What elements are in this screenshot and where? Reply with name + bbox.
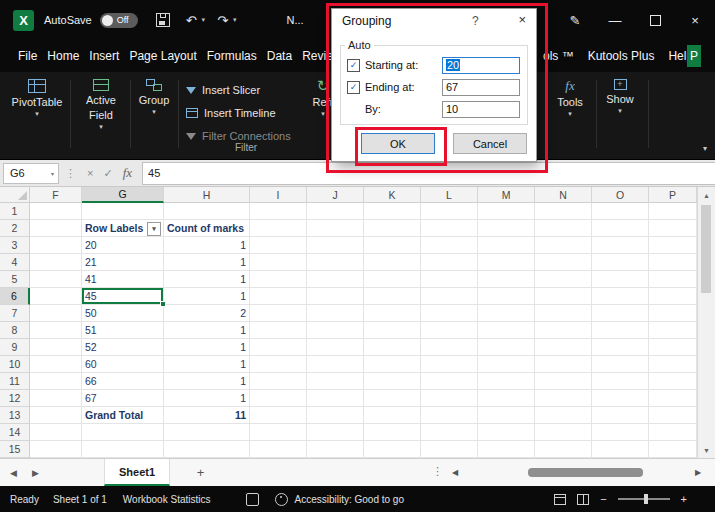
row-header-9[interactable]: 9 — [0, 339, 30, 356]
cell-O9[interactable] — [592, 339, 649, 356]
dialog-title-bar[interactable]: Grouping ? × — [332, 9, 536, 33]
zoom-out-button[interactable]: − — [600, 493, 606, 505]
cell-L2[interactable] — [421, 220, 478, 237]
cell-L4[interactable] — [421, 254, 478, 271]
cell-I14[interactable] — [250, 424, 307, 441]
ribbon-tab-home[interactable]: Home — [47, 49, 79, 63]
cell-G2[interactable]: Row Labels▾ — [82, 220, 164, 237]
cell-J6[interactable] — [307, 288, 364, 305]
cell-L11[interactable] — [421, 373, 478, 390]
cell-O5[interactable] — [592, 271, 649, 288]
cell-F15[interactable] — [30, 441, 82, 458]
cell-L9[interactable] — [421, 339, 478, 356]
cell-G7[interactable]: 50 — [82, 305, 164, 322]
cell-J14[interactable] — [307, 424, 364, 441]
cell-M14[interactable] — [478, 424, 535, 441]
cell-F14[interactable] — [30, 424, 82, 441]
cell-L14[interactable] — [421, 424, 478, 441]
ribbon-tab-page-layout[interactable]: Page Layout — [129, 49, 196, 63]
cell-I13[interactable] — [250, 407, 307, 424]
row-header-15[interactable]: 15 — [0, 441, 30, 458]
cell-H9[interactable]: 1 — [164, 339, 250, 356]
row-header-2[interactable]: 2 — [0, 220, 30, 237]
input-by[interactable]: 10 — [442, 101, 520, 118]
cell-K10[interactable] — [364, 356, 421, 373]
cell-G3[interactable]: 20 — [82, 237, 164, 254]
cell-L5[interactable] — [421, 271, 478, 288]
sheet-tab-sheet1[interactable]: Sheet1 — [104, 459, 170, 486]
accessibility-status[interactable]: Accessibility: Good to go — [294, 494, 404, 505]
column-header-K[interactable]: K — [364, 187, 421, 203]
row-header-1[interactable]: 1 — [0, 203, 30, 220]
cell-M9[interactable] — [478, 339, 535, 356]
maximize-button[interactable] — [635, 0, 675, 40]
cell-I10[interactable] — [250, 356, 307, 373]
cell-L1[interactable] — [421, 203, 478, 220]
undo-icon[interactable]: ↶ — [186, 13, 197, 28]
cell-N13[interactable] — [535, 407, 592, 424]
zoom-slider[interactable] — [618, 498, 670, 500]
ok-button[interactable]: OK — [361, 133, 435, 154]
cell-P14[interactable] — [649, 424, 697, 441]
cell-G9[interactable]: 52 — [82, 339, 164, 356]
olap-tools-button[interactable]: fx Tools ▾ — [548, 79, 592, 117]
cell-K1[interactable] — [364, 203, 421, 220]
column-header-N[interactable]: N — [535, 187, 592, 203]
row-header-5[interactable]: 5 — [0, 271, 30, 288]
cell-F10[interactable] — [30, 356, 82, 373]
cell-K4[interactable] — [364, 254, 421, 271]
cell-M4[interactable] — [478, 254, 535, 271]
cell-I1[interactable] — [250, 203, 307, 220]
cell-K6[interactable] — [364, 288, 421, 305]
cell-N8[interactable] — [535, 322, 592, 339]
save-icon[interactable] — [156, 13, 170, 27]
cell-F2[interactable] — [30, 220, 82, 237]
insert-function-icon[interactable]: fx — [123, 165, 132, 181]
cell-F12[interactable] — [30, 390, 82, 407]
ribbon-tab-kutools-plus[interactable]: Kutools Plus — [588, 49, 655, 63]
cell-M15[interactable] — [478, 441, 535, 458]
cell-N2[interactable] — [535, 220, 592, 237]
cell-L10[interactable] — [421, 356, 478, 373]
cell-L6[interactable] — [421, 288, 478, 305]
row-header-8[interactable]: 8 — [0, 322, 30, 339]
cell-F13[interactable] — [30, 407, 82, 424]
cell-K3[interactable] — [364, 237, 421, 254]
vertical-scrollbar-thumb[interactable] — [701, 205, 711, 293]
cell-G10[interactable]: 60 — [82, 356, 164, 373]
row-header-3[interactable]: 3 — [0, 237, 30, 254]
ribbon-tab-revie[interactable]: Revie — [302, 49, 333, 63]
show-button[interactable]: + Show ▾ — [600, 79, 640, 114]
dialog-help-button[interactable]: ? — [472, 14, 479, 28]
row-header-14[interactable]: 14 — [0, 424, 30, 441]
cell-O2[interactable] — [592, 220, 649, 237]
cell-I3[interactable] — [250, 237, 307, 254]
cell-L8[interactable] — [421, 322, 478, 339]
redo-dropdown-icon[interactable]: ▾ — [233, 16, 237, 24]
cell-P8[interactable] — [649, 322, 697, 339]
cell-J9[interactable] — [307, 339, 364, 356]
cell-N6[interactable] — [535, 288, 592, 305]
cell-G1[interactable] — [82, 203, 164, 220]
insert-timeline-button[interactable]: Insert Timeline — [186, 107, 276, 119]
scroll-left-icon[interactable]: ◀ — [452, 468, 458, 477]
cell-I4[interactable] — [250, 254, 307, 271]
cell-F11[interactable] — [30, 373, 82, 390]
column-header-I[interactable]: I — [250, 187, 307, 203]
cell-F8[interactable] — [30, 322, 82, 339]
cell-N1[interactable] — [535, 203, 592, 220]
input-ending-at[interactable]: 67 — [442, 79, 520, 96]
cell-P4[interactable] — [649, 254, 697, 271]
cell-K13[interactable] — [364, 407, 421, 424]
excel-app-icon[interactable]: X — [13, 10, 34, 31]
cell-K14[interactable] — [364, 424, 421, 441]
cell-P15[interactable] — [649, 441, 697, 458]
cell-J5[interactable] — [307, 271, 364, 288]
ribbon-tab-formulas[interactable]: Formulas — [207, 49, 257, 63]
cell-K11[interactable] — [364, 373, 421, 390]
cell-G13[interactable]: Grand Total — [82, 407, 164, 424]
cell-N12[interactable] — [535, 390, 592, 407]
scroll-up-icon[interactable]: ▲ — [698, 187, 715, 203]
cell-I8[interactable] — [250, 322, 307, 339]
scrollbar-splitter-icon[interactable]: ⋮ — [432, 465, 443, 478]
